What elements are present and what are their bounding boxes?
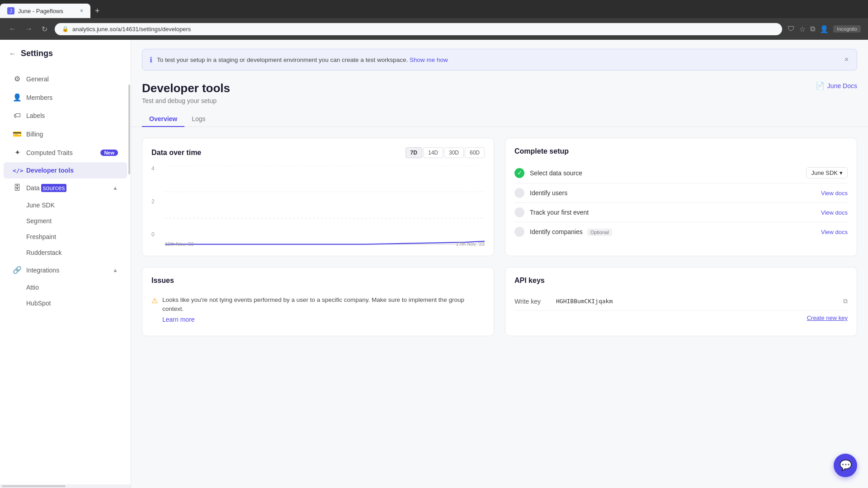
filter-14d[interactable]: 14D <box>423 147 443 158</box>
sidebar-sub-item-hubspot[interactable]: HubSpot <box>4 296 127 311</box>
api-keys-card: API keys Write key HGHIBBumCKIjqakm ⧉ Cr… <box>505 267 857 336</box>
reload-button[interactable]: ↻ <box>40 23 49 35</box>
billing-icon: 💳 <box>13 130 22 138</box>
forward-button[interactable]: → <box>24 23 34 35</box>
time-filters: 7D 14D 30D 60D <box>406 147 485 158</box>
sidebar-label-labels: Labels <box>26 112 118 119</box>
back-button[interactable]: ← <box>7 23 18 35</box>
write-key-label: Write key <box>514 298 551 305</box>
sidebar-scrollbar-thumb <box>128 84 130 174</box>
y-label-0: 0 <box>151 231 160 238</box>
page-title-section: Developer tools Test and debug your setu… <box>142 81 230 104</box>
filter-7d[interactable]: 7D <box>406 147 422 158</box>
sidebar-sub-item-segment[interactable]: Segment <box>4 213 127 229</box>
sidebar: ← Settings ⚙ General 👤 Members 🏷 Labels … <box>0 40 131 488</box>
sidebar-item-developer-tools[interactable]: </> Developer tools <box>4 162 127 178</box>
browser-tab-bar: J June - Pageflows × + <box>0 0 868 18</box>
sidebar-h-scrollbar[interactable] <box>0 484 131 488</box>
tab-overview[interactable]: Overview <box>142 112 184 127</box>
filter-60d[interactable]: 60D <box>465 147 485 158</box>
create-new-key-link[interactable]: Create new key <box>514 314 848 321</box>
sidebar-sub-item-rudderstack[interactable]: Rudderstack <box>4 245 127 260</box>
banner-close-button[interactable]: × <box>844 55 849 65</box>
learn-more-link[interactable]: Learn more <box>162 316 485 323</box>
setup-label-track-event: Track your first event <box>530 209 816 216</box>
api-keys-title: API keys <box>514 277 545 285</box>
sidebar-item-members[interactable]: 👤 Members <box>4 89 127 106</box>
lock-icon: 🔒 <box>62 26 69 32</box>
data-over-time-header: Data over time 7D 14D 30D 60D <box>151 147 485 158</box>
sidebar-nav: ⚙ General 👤 Members 🏷 Labels 💳 Billing ✦… <box>0 66 131 484</box>
sidebar-h-scroll-thumb <box>2 485 66 487</box>
new-badge: New <box>100 150 118 156</box>
sidebar-item-billing[interactable]: 💳 Billing <box>4 125 127 143</box>
browser-chrome: J June - Pageflows × + ← → ↻ 🔒 analytics… <box>0 0 868 40</box>
browser-tab[interactable]: J June - Pageflows × <box>0 4 90 18</box>
data-over-time-title: Data over time <box>151 149 201 157</box>
data-sources-icon: 🗄 <box>13 184 22 192</box>
tab-close-button[interactable]: × <box>80 8 83 14</box>
setup-item-identify-users: ○ Identify users View docs <box>514 183 848 203</box>
sidebar-item-labels[interactable]: 🏷 Labels <box>4 107 127 124</box>
issue-content: Looks like you're not tying events perfo… <box>162 296 485 323</box>
sidebar-sub-item-attio[interactable]: Attio <box>4 280 127 295</box>
issues-card: Issues ⚠ Looks like you're not tying eve… <box>142 267 494 336</box>
new-tab-button[interactable]: + <box>90 5 104 18</box>
developer-tools-icon: </> <box>13 167 22 174</box>
sidebar-sub-item-june-sdk[interactable]: June SDK <box>4 197 127 213</box>
setup-label-identify-users: Identify users <box>530 189 816 197</box>
profile-icon[interactable]: 👤 <box>820 25 829 33</box>
integrations-icon: 🔗 <box>13 266 22 274</box>
sidebar-item-integrations[interactable]: 🔗 Integrations ▲ <box>4 261 127 279</box>
page-tabs: Overview Logs <box>131 104 868 127</box>
y-label-4: 4 <box>151 165 160 172</box>
star-icon[interactable]: ☆ <box>799 25 806 33</box>
members-icon: 👤 <box>13 93 22 102</box>
issues-title: Issues <box>151 277 174 285</box>
incognito-badge: Incognito <box>833 25 861 33</box>
source-select-dropdown[interactable]: June SDK ▾ <box>806 167 848 178</box>
sidebar-item-data-sources[interactable]: 🗄 Data sources ▲ <box>4 179 127 197</box>
write-key-value: HGHIBBumCKIjqakm <box>556 298 838 305</box>
view-docs-link-identify-companies[interactable]: View docs <box>821 229 848 235</box>
setup-item-track-event: ○ Track your first event View docs <box>514 203 848 222</box>
page-subtitle: Test and debug your setup <box>142 97 230 104</box>
chat-widget[interactable]: 💬 <box>834 454 857 477</box>
address-bar[interactable]: 🔒 analytics.june.so/a/14631/settings/dev… <box>55 23 782 35</box>
setup-status-done-icon: ✓ <box>514 168 524 178</box>
show-me-how-link[interactable]: Show me how <box>410 56 448 63</box>
gear-icon: ⚙ <box>13 75 22 83</box>
issue-item: ⚠ Looks like you're not tying events per… <box>151 292 485 327</box>
june-docs-button[interactable]: 📄 June Docs <box>816 81 857 90</box>
setup-item-identify-companies: ○ Identify companies Optional View docs <box>514 222 848 241</box>
document-icon: 📄 <box>816 81 825 90</box>
setup-status-pending-icon-1: ○ <box>514 188 524 198</box>
chevron-up-icon-integrations: ▲ <box>113 267 118 273</box>
page-title: Developer tools <box>142 81 230 95</box>
sidebar-scrollbar[interactable] <box>128 40 131 488</box>
chevron-up-icon: ▲ <box>113 185 118 191</box>
sidebar-item-computed-traits[interactable]: ✦ Computed Traits New <box>4 144 127 161</box>
browser-actions: 🛡 ☆ ⧉ 👤 Incognito <box>788 25 861 33</box>
banner-text: To test your setup in a staging or devel… <box>157 56 839 63</box>
labels-icon: 🏷 <box>13 112 22 120</box>
info-icon: ℹ <box>150 56 152 64</box>
issue-text: Looks like you're not tying events perfo… <box>162 296 464 312</box>
computed-traits-icon: ✦ <box>13 148 22 157</box>
address-text: analytics.june.so/a/14631/settings/devel… <box>72 26 191 33</box>
chevron-down-icon: ▾ <box>840 169 843 176</box>
view-docs-link-track-event[interactable]: View docs <box>821 209 848 216</box>
tab-logs[interactable]: Logs <box>184 112 212 127</box>
sidebar-title: Settings <box>21 49 53 58</box>
sidebar-label-computed-traits: Computed Traits <box>26 149 96 156</box>
copy-icon[interactable]: ⧉ <box>843 297 848 305</box>
filter-30d[interactable]: 30D <box>444 147 464 158</box>
view-docs-link-identify-users[interactable]: View docs <box>821 190 848 197</box>
sidebar-sub-item-freshpaint[interactable]: Freshpaint <box>4 229 127 244</box>
setup-item-select-source: ✓ Select data source June SDK ▾ <box>514 163 848 183</box>
complete-setup-title: Complete setup <box>514 147 569 155</box>
sidebar-item-general[interactable]: ⚙ General <box>4 70 127 88</box>
api-keys-header: API keys <box>514 277 848 285</box>
sidebar-header[interactable]: ← Settings <box>0 40 131 66</box>
tab-favicon: J <box>7 7 14 14</box>
